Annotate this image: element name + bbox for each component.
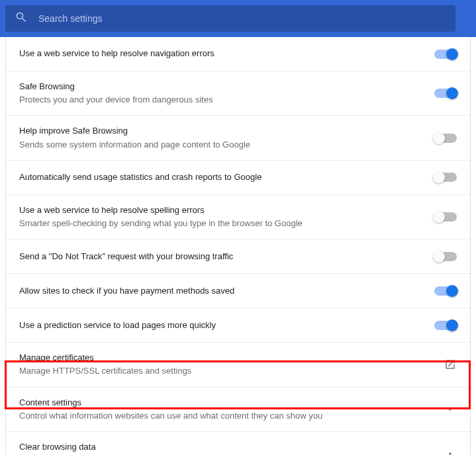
toggle-switch[interactable]: [434, 173, 457, 182]
settings-row[interactable]: Content settingsControl what information…: [6, 388, 470, 432]
settings-row: Use a prediction service to load pages m…: [6, 308, 470, 343]
row-title: Automatically send usage statistics and …: [19, 171, 426, 183]
toggle-switch[interactable]: [434, 252, 457, 261]
settings-row: Help improve Safe BrowsingSends some sys…: [6, 116, 470, 160]
row-subtitle: Control what information websites can us…: [19, 410, 436, 422]
row-title: Use a web service to help resolve spelli…: [19, 204, 426, 216]
settings-row: Automatically send usage statistics and …: [6, 161, 470, 195]
header-bar: [0, 0, 476, 37]
row-text: Send a "Do Not Track" request with your …: [19, 251, 434, 263]
toggle-switch[interactable]: [434, 89, 457, 98]
search-container[interactable]: [5, 5, 455, 32]
settings-row[interactable]: Manage certificatesManage HTTPS/SSL cert…: [6, 343, 470, 387]
row-text: Use a web service to help resolve spelli…: [19, 204, 434, 229]
row-title: Use a prediction service to load pages m…: [19, 319, 426, 331]
row-text: Allow sites to check if you have payment…: [19, 285, 434, 297]
row-text: Content settingsControl what information…: [19, 397, 444, 422]
row-text: Clear browsing dataClear history, cookie…: [19, 441, 444, 455]
settings-row: Send a "Do Not Track" request with your …: [6, 239, 470, 274]
settings-row: Use a web service to help resolve naviga…: [6, 37, 470, 71]
row-title: Safe Browsing: [19, 81, 426, 93]
row-title: Clear browsing data: [19, 441, 436, 453]
row-text: Safe BrowsingProtects you and your devic…: [19, 81, 434, 106]
row-subtitle: Manage HTTPS/SSL certificates and settin…: [19, 365, 436, 377]
chevron-right-icon: [444, 447, 457, 455]
row-text: Use a web service to help resolve naviga…: [19, 48, 434, 60]
toggle-knob: [433, 171, 445, 183]
settings-row: Allow sites to check if you have payment…: [6, 274, 470, 308]
toggle-switch[interactable]: [434, 212, 457, 222]
settings-row[interactable]: Clear browsing dataClear history, cookie…: [6, 432, 470, 455]
row-subtitle: Smarter spell-checking by sending what y…: [19, 218, 426, 229]
search-icon: [15, 11, 28, 26]
toggle-knob: [446, 87, 458, 99]
toggle-switch[interactable]: [434, 321, 457, 330]
external-link-icon[interactable]: [444, 358, 457, 371]
toggle-switch[interactable]: [434, 50, 457, 59]
toggle-knob: [446, 319, 458, 331]
toggle-knob: [433, 251, 445, 263]
row-text: Help improve Safe BrowsingSends some sys…: [19, 125, 434, 150]
row-title: Manage certificates: [19, 352, 436, 364]
row-title: Use a web service to help resolve naviga…: [19, 48, 426, 60]
row-title: Allow sites to check if you have payment…: [19, 285, 426, 297]
row-text: Automatically send usage statistics and …: [19, 171, 434, 183]
toggle-switch[interactable]: [434, 134, 457, 143]
row-title: Help improve Safe Browsing: [19, 125, 426, 137]
row-subtitle: Protects you and your device from danger…: [19, 94, 426, 106]
row-title: Content settings: [19, 397, 436, 409]
row-subtitle: Sends some system information and page c…: [19, 139, 426, 151]
settings-panel: Use a web service to help resolve naviga…: [5, 37, 471, 455]
chevron-right-icon: [444, 403, 457, 416]
settings-row: Safe BrowsingProtects you and your devic…: [6, 71, 470, 116]
toggle-switch[interactable]: [434, 286, 457, 296]
row-text: Manage certificatesManage HTTPS/SSL cert…: [19, 352, 444, 377]
toggle-knob: [433, 211, 445, 223]
toggle-knob: [433, 132, 445, 144]
row-title: Send a "Do Not Track" request with your …: [19, 251, 426, 263]
search-input[interactable]: [38, 13, 446, 24]
toggle-knob: [446, 285, 458, 297]
row-text: Use a prediction service to load pages m…: [19, 319, 434, 331]
toggle-knob: [446, 48, 458, 60]
settings-row: Use a web service to help resolve spelli…: [6, 195, 470, 239]
